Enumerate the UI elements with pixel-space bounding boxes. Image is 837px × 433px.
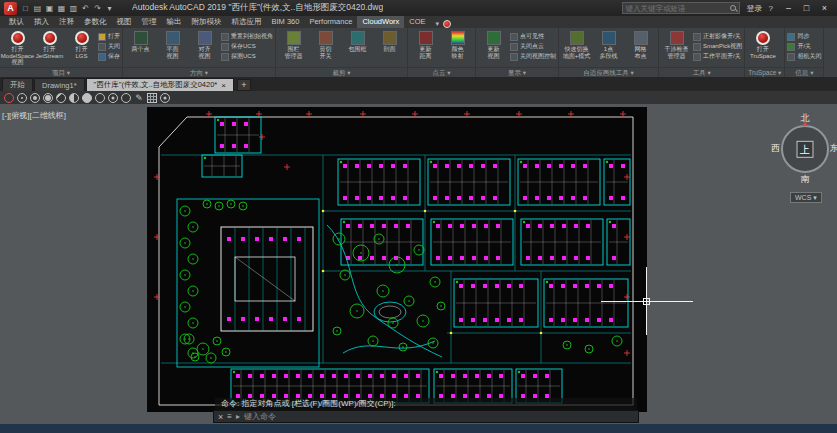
panel-project-label[interactable]: 项目 <box>0 67 122 77</box>
ribbon-tab-9[interactable]: 精选应用 <box>227 16 267 28</box>
hide-point-cloud-toggle[interactable]: 关闭点云 <box>510 42 556 51</box>
density-quarter-icon[interactable] <box>56 93 66 103</box>
clash-manager-button[interactable]: 干涉检查 管理器 <box>661 29 692 66</box>
project-save-button[interactable]: 保存 <box>98 52 120 61</box>
command-customize-icon[interactable]: ≡ <box>227 412 232 421</box>
point-size-medium-icon[interactable] <box>30 93 40 103</box>
help-icon[interactable]: ? <box>769 4 773 13</box>
fit-extents-icon[interactable] <box>121 93 131 103</box>
open-truspace-button[interactable]: 打开 TruSpace <box>747 29 778 66</box>
on-off-toggle[interactable]: 开/关 <box>787 42 821 51</box>
plan-view-button[interactable]: 平面 视图 <box>157 29 188 66</box>
ribbon-tab-2[interactable]: 插入 <box>29 16 54 28</box>
coordinate-system-chip[interactable]: WCS <box>790 192 822 203</box>
panel-tools-label[interactable]: 工具 <box>659 67 744 77</box>
command-input[interactable] <box>244 412 634 421</box>
ribbon-tab-1[interactable]: 默认 <box>4 16 29 28</box>
undo-icon[interactable]: ↶ <box>80 2 91 15</box>
panel-truspace-label[interactable]: TruSpace <box>745 67 784 77</box>
panel-pointcloud-label[interactable]: 点云 <box>408 67 475 77</box>
compass-south[interactable]: 南 <box>801 173 810 186</box>
camera-off-button[interactable]: 相机关闭 <box>787 52 821 61</box>
one-point-polyline-button[interactable]: 1点 多段线 <box>593 29 624 66</box>
project-close-button[interactable]: 关闭 <box>98 42 120 51</box>
update-distance-button[interactable]: 更新 距离 <box>410 29 441 66</box>
section-button[interactable]: 剖面 <box>374 29 405 66</box>
open-lgs-button[interactable]: 打开 LGS <box>66 29 97 66</box>
ribbon-display-toggle-icon[interactable]: ▾ <box>436 20 440 28</box>
ribbon-tab-7[interactable]: 输出 <box>162 16 187 28</box>
regen-icon[interactable] <box>160 93 170 103</box>
density-full-icon[interactable] <box>82 93 92 103</box>
ribbon-tab-13[interactable]: COE <box>404 16 430 28</box>
file-tab-drawing1[interactable]: Drawing1* <box>34 78 85 91</box>
ribbon-tab-10[interactable]: BIM 360 <box>267 16 305 28</box>
viewport-controls-label[interactable]: [-][俯视][二维线框] <box>2 110 66 121</box>
fence-manager-button[interactable]: 围栏 管理器 <box>278 29 309 66</box>
two-points-button[interactable]: 两个点 <box>125 29 156 66</box>
ribbon-tab-8[interactable]: 附加模块 <box>187 16 227 28</box>
grid-display-icon[interactable] <box>147 93 157 103</box>
align-view-button[interactable]: 对齐 视图 <box>189 29 220 66</box>
open-file-icon[interactable]: ▤ <box>32 2 43 15</box>
redo-icon[interactable]: ↷ <box>92 2 103 15</box>
panel-clip-label[interactable]: 裁剪 <box>276 67 407 77</box>
ribbon-tab-12[interactable]: CloudWorx <box>357 16 404 28</box>
ground-mode-button[interactable]: 快速切换 地面+模式 <box>561 29 592 66</box>
ribbon-tab-4[interactable]: 参数化 <box>79 16 112 28</box>
file-tab-close-icon[interactable]: × <box>221 81 226 90</box>
view-compass[interactable]: 北 南 西 东 上 <box>770 112 837 188</box>
new-drawing-tab-button[interactable]: + <box>237 79 251 91</box>
bounding-box-button[interactable]: 包围框 <box>342 29 373 66</box>
point-size-small-icon[interactable] <box>17 93 27 103</box>
sync-button[interactable]: 同步 <box>787 32 821 41</box>
save-as-icon[interactable]: ▦ <box>56 2 67 15</box>
panel-adaptive-tools-label[interactable]: 自适应画线工具 <box>559 67 658 77</box>
smartpick-view-toggle[interactable]: SmartPick视图 <box>693 42 742 51</box>
project-open-button[interactable]: 打开 <box>98 32 120 41</box>
open-modelspace-view-button[interactable]: 打开 ModelSpace视图 <box>2 29 33 66</box>
density-half-icon[interactable] <box>69 93 79 103</box>
search-input[interactable] <box>626 4 728 13</box>
ortho-image-toggle[interactable]: 正射影像开/关 <box>693 32 742 41</box>
view-control-off-toggle[interactable]: 关闭视图控制 <box>510 52 556 61</box>
panel-display-label[interactable]: 显示 <box>476 67 558 77</box>
sign-in-label[interactable]: 登录 <box>747 3 763 14</box>
search-icon[interactable] <box>730 5 736 11</box>
workplane-toggle[interactable]: 工作平面开/关 <box>693 52 742 61</box>
maximize-button[interactable]: □ <box>798 2 815 15</box>
compass-top-button[interactable]: 上 <box>797 141 814 158</box>
hollow-point-icon[interactable] <box>95 93 105 103</box>
panel-orientation-label[interactable]: 方向 <box>123 67 275 77</box>
ribbon-tab-6[interactable]: 管理 <box>137 16 162 28</box>
drawing-canvas[interactable] <box>147 107 647 412</box>
file-tab-current[interactable]: "西什库"(件效,文..自地形图废交0420*× <box>86 78 234 91</box>
autocad-logo-icon[interactable]: A <box>4 2 17 15</box>
open-jetstream-button[interactable]: 打开 JetStream <box>34 29 65 66</box>
help-search-box[interactable] <box>622 2 740 14</box>
draw-pencil-icon[interactable]: ✎ <box>134 93 144 103</box>
save-file-icon[interactable]: ▣ <box>44 2 55 15</box>
new-file-icon[interactable]: □ <box>20 2 31 15</box>
compass-west[interactable]: 西 <box>771 142 780 155</box>
ribbon-tab-11[interactable]: Performance <box>304 16 357 28</box>
ribbon-tab-3[interactable]: 注释 <box>54 16 79 28</box>
color-map-button[interactable]: 颜色 映射 <box>442 29 473 66</box>
point-visibility-toggle[interactable]: 点可见性 <box>510 32 556 41</box>
compass-east[interactable]: 东 <box>830 142 837 155</box>
compass-north[interactable]: 北 <box>801 112 810 125</box>
reset-initial-view-button[interactable]: 重置到初始视角 <box>221 32 273 41</box>
refresh-view-button[interactable]: 更新 视图 <box>478 29 509 66</box>
panel-info-label[interactable]: 信息 <box>785 67 823 77</box>
file-tab-start[interactable]: 开始 <box>2 78 33 91</box>
grid-points-button[interactable]: 网格 布点 <box>625 29 656 66</box>
minimize-button[interactable]: – <box>780 2 797 15</box>
command-close-icon[interactable]: × <box>218 412 223 422</box>
plot-icon[interactable]: ▥ <box>68 2 79 15</box>
ring-point-icon[interactable] <box>108 93 118 103</box>
cloudworx-connect-icon[interactable] <box>4 93 14 103</box>
probe-ucs-button[interactable]: 探测UCS <box>221 52 273 61</box>
close-button[interactable]: × <box>816 2 833 15</box>
save-ucs-button[interactable]: 保存UCS <box>221 42 273 51</box>
ribbon-tab-5[interactable]: 视图 <box>112 16 137 28</box>
